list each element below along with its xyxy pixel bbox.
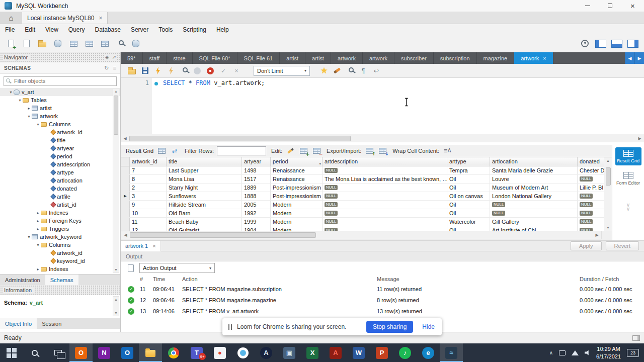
query-tab-1-staff[interactable]: staff xyxy=(143,52,167,64)
menu-edit[interactable]: Edit xyxy=(20,24,40,35)
tree-item-artfile[interactable]: artfile xyxy=(0,193,120,201)
cell-artdescription[interactable]: NULL xyxy=(323,218,447,226)
tree-item-artwork-id[interactable]: artwork_id xyxy=(0,249,120,257)
create-procedure-icon[interactable] xyxy=(99,38,111,50)
tree-item-arttype[interactable]: arttype xyxy=(0,168,120,176)
scroll-left-icon[interactable]: ◀ xyxy=(121,134,129,142)
form-editor-side-button[interactable]: Form Editor xyxy=(615,169,641,188)
query-tab-4-sql-file-61[interactable]: SQL File 61 xyxy=(237,52,280,64)
tree-item-tables[interactable]: ▾Tables xyxy=(0,96,120,104)
cell-arttype[interactable]: Oil xyxy=(447,226,490,231)
cell-arttype[interactable]: Oil xyxy=(447,209,490,217)
grid-row-4[interactable]: 9Hillside Stream2005ModernNULLOilNULLNUL… xyxy=(121,201,604,209)
execute-current-statement-icon[interactable] xyxy=(166,66,176,76)
tab-session[interactable]: Session xyxy=(37,318,66,329)
menu-query[interactable]: Query xyxy=(63,24,90,35)
tab-close-icon[interactable]: × xyxy=(543,55,546,61)
tree-item-indexes[interactable]: ▸Indexes xyxy=(0,265,120,273)
toggle-bottom-panel-icon[interactable] xyxy=(611,38,623,50)
refresh-icon[interactable]: ⇄ xyxy=(170,146,180,156)
collapse-panel-icon[interactable]: ∨∨ xyxy=(612,203,644,211)
editor-hscrollbar[interactable]: ◀ ▶ xyxy=(121,134,644,142)
assistant-icon[interactable] xyxy=(579,38,591,50)
column-header-artyear[interactable]: artyear xyxy=(242,157,271,166)
cell-artlocation[interactable]: Louvre xyxy=(490,175,578,183)
a-logo-app-icon[interactable]: A xyxy=(255,343,278,362)
cell-title[interactable]: Old Guitarist xyxy=(167,226,242,231)
hidden-icons-chevron[interactable]: ∧ xyxy=(549,350,553,355)
new-sql-tab-icon[interactable] xyxy=(5,38,17,50)
cell-artyear[interactable]: 1888 xyxy=(242,192,271,200)
query-tab-6-artist[interactable]: artist xyxy=(305,52,331,64)
beautify-query-icon[interactable] xyxy=(332,66,342,76)
cell-period[interactable]: Post-impressionism xyxy=(271,184,323,192)
output-type-dropdown[interactable]: Action Output ▾ xyxy=(139,263,215,273)
execute-script-icon[interactable] xyxy=(153,66,163,76)
cell-artyear[interactable]: 1498 xyxy=(242,166,271,174)
tab-schemas[interactable]: Schemas xyxy=(45,275,78,285)
query-tab-2-store[interactable]: store xyxy=(167,52,192,64)
output-row-0[interactable]: ✓1109:06:41SELECT * FROM magazine.subscr… xyxy=(121,284,644,295)
cell-artlocation[interactable]: Art Institute of Chi xyxy=(490,226,578,231)
info-scrollbar[interactable]: ▲ ▼ xyxy=(113,296,119,316)
connection-tab[interactable]: Local instance MySQL80 × xyxy=(22,12,108,24)
column-header-donated[interactable]: donated xyxy=(578,157,604,166)
tab-administration[interactable]: Administration xyxy=(0,275,45,285)
toggle-left-panel-icon[interactable] xyxy=(595,38,607,50)
edit-record-icon[interactable] xyxy=(285,146,295,156)
apply-button[interactable]: Apply xyxy=(571,241,602,250)
stop-query-icon[interactable] xyxy=(192,66,202,76)
cell-arttype[interactable]: Oil xyxy=(447,175,490,183)
cell-donated[interactable]: NULL xyxy=(578,175,604,183)
toggle-invisibles-icon[interactable]: ¶ xyxy=(358,66,368,76)
cell-artlocation[interactable]: Museum of Modern Art xyxy=(490,184,578,192)
expander-icon[interactable]: ▸ xyxy=(26,106,32,111)
minimize-button[interactable] xyxy=(576,0,599,12)
search-icon[interactable] xyxy=(23,343,46,362)
display-icon[interactable] xyxy=(559,350,566,355)
cell-artdescription[interactable]: NULL xyxy=(323,209,447,217)
cell-artlocation[interactable]: NULL xyxy=(490,209,578,217)
cell-artwork-id[interactable]: 7 xyxy=(130,166,167,174)
cell-arttype[interactable]: Oil xyxy=(447,201,490,209)
find-icon[interactable] xyxy=(345,66,355,76)
menu-tools[interactable]: Tools xyxy=(153,24,178,35)
revert-button[interactable]: Revert xyxy=(606,241,639,250)
tree-item-artlocation[interactable]: artlocation xyxy=(0,176,120,185)
cell-arttype[interactable]: Oil on canvas xyxy=(447,192,490,200)
cell-artdescription[interactable]: NULL xyxy=(323,192,447,200)
toggle-wrap-icon[interactable]: ↩ xyxy=(371,66,381,76)
expander-icon[interactable]: ▸ xyxy=(35,267,41,272)
scroll-up-icon[interactable]: ▲ xyxy=(113,298,119,301)
create-table-icon[interactable] xyxy=(67,38,79,50)
result-tab[interactable]: artwork 1 × xyxy=(121,241,161,251)
tree-item-artwork[interactable]: ▾artwork xyxy=(0,112,120,120)
tab-scroll-right-icon[interactable]: ▶ xyxy=(634,52,644,64)
cell-title[interactable]: Sunflowers xyxy=(167,192,242,200)
grid-row-2[interactable]: 2Starry Night1889Post-impressionismNULLO… xyxy=(121,184,604,192)
cell-donated[interactable]: Chester D xyxy=(578,166,604,174)
cell-artdescription[interactable]: The Mona Lisa is acclaimed as the best k… xyxy=(323,175,447,183)
menu-help[interactable]: Help xyxy=(211,24,234,35)
cell-artlocation[interactable]: NULL xyxy=(490,201,578,209)
expander-icon[interactable]: ▸ xyxy=(35,211,41,215)
column-header-artlocation[interactable]: artlocation xyxy=(490,157,578,166)
teams-icon[interactable]: T9+ xyxy=(185,343,208,362)
scroll-right-icon[interactable]: ▶ xyxy=(593,231,601,239)
open-sql-script-icon[interactable] xyxy=(36,38,48,50)
cell-artlocation[interactable]: London National Gallery xyxy=(490,192,578,200)
cell-artwork-id[interactable]: 11 xyxy=(130,218,167,226)
cell-donated[interactable]: NULL xyxy=(578,192,604,200)
expander-icon[interactable]: ▾ xyxy=(26,235,32,239)
query-tab-12-artwork[interactable]: artwork× xyxy=(514,52,553,64)
network-icon[interactable] xyxy=(572,350,579,355)
action-center-button[interactable]: 23 xyxy=(627,349,639,357)
tree-item-triggers[interactable]: ▸Triggers xyxy=(0,225,120,233)
new-script-icon[interactable] xyxy=(21,38,33,50)
tree-item-keyword-id[interactable]: keyword_id xyxy=(0,257,120,265)
cell-period[interactable]: Renaissance xyxy=(271,175,323,183)
grid-row-6[interactable]: 11Beach Baby1999ModernNULLWatercolorGill… xyxy=(121,218,604,226)
tree-item-artist[interactable]: ▸artist xyxy=(0,104,120,112)
output-row-2[interactable]: ✓1309:14:06SELECT * FROM v_art.artwork13… xyxy=(121,306,644,317)
scroll-down-icon[interactable]: ▼ xyxy=(113,268,119,272)
